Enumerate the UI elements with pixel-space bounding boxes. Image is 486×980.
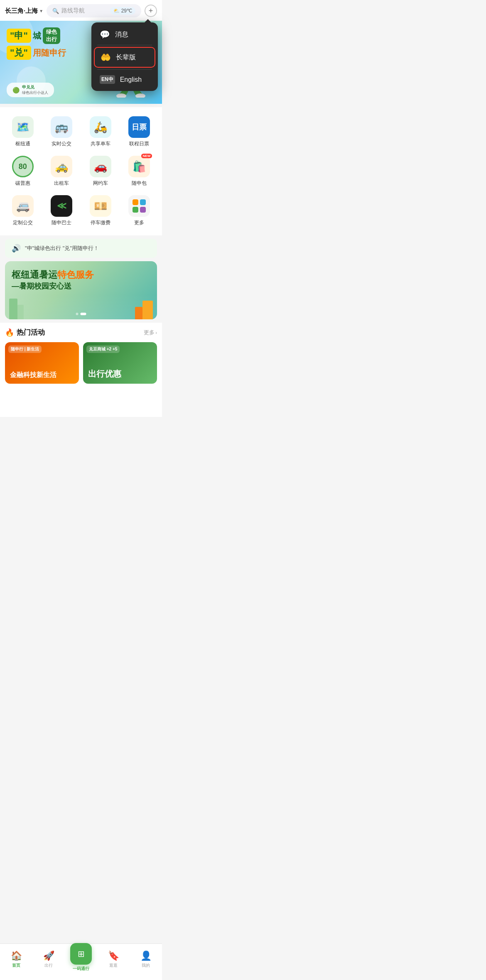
grid-item-taxi[interactable]: 🚕 出租车 xyxy=(42,152,81,191)
service-grid: 🗺️ 枢纽通 🚌 实时公交 🛵 共享单车 日票 联程日票 80 碳普惠 🚕 出租… xyxy=(3,112,159,230)
grid-section: 🗺️ 枢纽通 🚌 实时公交 🛵 共享单车 日票 联程日票 80 碳普惠 🚕 出租… xyxy=(0,107,162,235)
english-label: English xyxy=(120,76,142,83)
message-label: 消息 xyxy=(115,30,128,39)
hub-icon: 🗺️ xyxy=(12,116,34,138)
fire-icon: 🔥 xyxy=(5,328,14,337)
more-icon xyxy=(128,195,150,217)
custom-bus-icon: 🚐 xyxy=(12,195,34,217)
ticket-icon: 日票 xyxy=(128,116,150,138)
grid-item-carbon[interactable]: 80 碳普惠 xyxy=(3,152,42,191)
location-text: 长三角·上海 xyxy=(5,7,38,15)
taxi-label: 出租车 xyxy=(54,180,69,187)
carbon-label: 碳普惠 xyxy=(15,180,30,187)
grid-item-more[interactable]: 更多 xyxy=(120,191,159,230)
search-placeholder-text: 路线导航 xyxy=(61,7,85,15)
bag-icon: 🛍️ NEW xyxy=(128,156,150,177)
carbon-icon: 80 xyxy=(12,156,34,177)
shenbus-icon: ≪ xyxy=(51,195,72,217)
activity-card-1[interactable]: 随申行 | 新生活 金融科技新生活 xyxy=(5,342,79,384)
new-badge: NEW xyxy=(141,154,152,158)
section-title-text: 热门活动 xyxy=(17,328,45,337)
language-icon: EN中 xyxy=(100,75,115,84)
grid-item-custom-bus[interactable]: 🚐 定制公交 xyxy=(3,191,42,230)
header: 长三角·上海 ▼ 🔍 路线导航 ⛅ 29℃ + xyxy=(0,0,162,21)
activity-card-2-tag: 兑豆商城 +2 +5 xyxy=(86,345,120,353)
grid-item-rideshare[interactable]: 🚗 网约车 xyxy=(81,152,120,191)
grid-item-hub[interactable]: 🗺️ 枢纽通 xyxy=(3,112,42,152)
shenbus-label: 随申巴士 xyxy=(52,219,71,226)
weather-icon: ⛅ xyxy=(113,8,120,14)
hot-section: 🔥 热门活动 更多 › 随申行 | 新生活 金融科技新生活 兑豆商城 +2 +5… xyxy=(0,323,162,417)
bike-icon: 🛵 xyxy=(90,116,111,138)
taxi-icon: 🚕 xyxy=(51,156,72,177)
activity-grid: 随申行 | 新生活 金融科技新生活 兑豆商城 +2 +5 出行优惠 xyxy=(5,342,157,384)
location-button[interactable]: 长三角·上海 ▼ xyxy=(5,7,43,15)
hub-label: 枢纽通 xyxy=(15,140,30,147)
elder-icon: 🤲 xyxy=(101,52,111,62)
chevron-right-icon: › xyxy=(155,330,157,335)
search-icon: 🔍 xyxy=(52,8,59,14)
rideshare-label: 网约车 xyxy=(93,180,108,187)
section-header: 🔥 热门活动 更多 › xyxy=(5,328,157,337)
activity-card-1-label: 金融科技新生活 xyxy=(10,371,56,380)
activity-card-2-label: 出行优惠 xyxy=(88,368,121,380)
promo-dots xyxy=(76,313,86,315)
dropdown-item-message[interactable]: 💬 消息 xyxy=(91,24,158,45)
elder-label: 长辈版 xyxy=(116,53,136,62)
promo-text: 枢纽通暑运特色服务 —暑期校园安心送 xyxy=(12,269,94,291)
announcement-text: "申"城绿色出行 "兑"用随申行！ xyxy=(25,245,99,252)
more-label: 更多 xyxy=(134,219,144,226)
weather-info: ⛅ 29℃ xyxy=(110,7,135,15)
rideshare-icon: 🚗 xyxy=(90,156,111,177)
grid-item-shenbus[interactable]: ≪ 随申巴士 xyxy=(42,191,81,230)
ticket-label: 联程日票 xyxy=(129,140,149,147)
location-chevron-icon: ▼ xyxy=(39,9,43,13)
promo-banner[interactable]: 枢纽通暑运特色服务 —暑期校园安心送 xyxy=(5,261,157,319)
section-title: 🔥 热门活动 xyxy=(5,328,45,337)
announcement-bar: 🔊 "申"城绿色出行 "兑"用随申行！ xyxy=(5,239,157,258)
dropdown-item-elder[interactable]: 🤲 长辈版 xyxy=(94,47,155,68)
activity-card-1-tag: 随申行 | 新生活 xyxy=(8,345,42,353)
parking-label: 停车缴费 xyxy=(91,219,110,226)
dropdown-menu: 💬 消息 🤲 长辈版 EN中 English xyxy=(91,22,158,91)
bike-label: 共享单车 xyxy=(91,140,110,147)
grid-item-bus[interactable]: 🚌 实时公交 xyxy=(42,112,81,152)
plus-button[interactable]: + xyxy=(145,5,157,17)
speaker-icon: 🔊 xyxy=(12,244,21,253)
custom-bus-label: 定制公交 xyxy=(13,219,33,226)
dropdown-item-english[interactable]: EN中 English xyxy=(91,70,158,89)
message-icon: 💬 xyxy=(100,29,110,39)
grid-item-parking[interactable]: 💴 停车缴费 xyxy=(81,191,120,230)
hero-badge: 🟢 申兑兑 绿色出行小达人 xyxy=(7,83,54,97)
more-text: 更多 xyxy=(144,329,155,336)
weather-temp: 29℃ xyxy=(121,8,132,14)
parking-icon: 💴 xyxy=(90,195,111,217)
activity-card-2[interactable]: 兑豆商城 +2 +5 出行优惠 xyxy=(83,342,157,384)
search-bar[interactable]: 🔍 路线导航 ⛅ 29℃ xyxy=(47,4,141,17)
grid-item-bag[interactable]: 🛍️ NEW 随申包 xyxy=(120,152,159,191)
grid-item-ticket[interactable]: 日票 联程日票 xyxy=(120,112,159,152)
hero-text: "申" 城 绿色 出行 "兑" 用随申行 xyxy=(7,27,66,60)
plus-icon: + xyxy=(149,7,153,15)
bag-label: 随申包 xyxy=(132,180,147,187)
grid-item-bike[interactable]: 🛵 共享单车 xyxy=(81,112,120,152)
bus-icon: 🚌 xyxy=(51,116,72,138)
more-button[interactable]: 更多 › xyxy=(144,329,157,336)
bus-label: 实时公交 xyxy=(52,140,71,147)
